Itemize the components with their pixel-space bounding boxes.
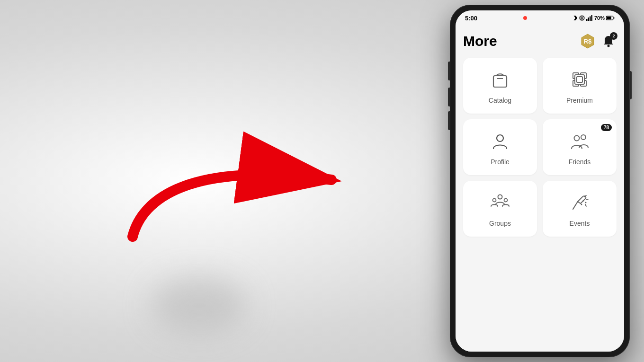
recording-dot — [523, 16, 527, 20]
profile-label: Profile — [491, 158, 510, 166]
catalog-item[interactable]: Catalog — [463, 58, 537, 114]
status-center — [523, 16, 527, 20]
shopping-bag-icon — [490, 69, 510, 92]
premium-item[interactable]: Premium — [543, 58, 617, 114]
page-title: More — [463, 33, 497, 49]
groups-icon — [490, 192, 510, 215]
svg-point-25 — [498, 195, 502, 199]
events-icon — [569, 192, 590, 215]
svg-rect-9 — [607, 17, 611, 19]
svg-rect-6 — [590, 17, 591, 21]
svg-point-26 — [493, 199, 496, 202]
signal-icon — [586, 15, 593, 21]
background-blob — [152, 277, 246, 334]
svg-rect-10 — [614, 18, 615, 19]
svg-rect-4 — [586, 19, 588, 21]
svg-line-33 — [585, 204, 586, 206]
svg-line-32 — [586, 199, 588, 200]
svg-rect-7 — [591, 15, 592, 21]
notification-badge: 2 — [610, 32, 617, 40]
profile-item[interactable]: Profile — [463, 119, 537, 175]
catalog-label: Catalog — [489, 97, 511, 104]
svg-text:R$: R$ — [584, 38, 592, 45]
groups-label: Groups — [489, 220, 511, 227]
svg-point-27 — [504, 199, 508, 202]
notification-icon[interactable]: 2 — [600, 33, 617, 49]
events-item[interactable]: Events — [543, 181, 617, 237]
svg-point-28 — [583, 200, 584, 202]
svg-rect-14 — [493, 76, 507, 87]
status-time: 5:00 — [465, 15, 477, 22]
groups-item[interactable]: Groups — [463, 181, 537, 237]
wifi-icon — [579, 15, 585, 21]
svg-rect-5 — [588, 18, 589, 21]
premium-icon — [569, 69, 590, 92]
menu-grid: Catalog — [463, 58, 617, 237]
app-content: More R$ 2 — [456, 26, 624, 352]
friends-item[interactable]: 78 Friends — [543, 119, 617, 175]
header-icons: R$ 2 — [580, 33, 617, 49]
status-icons: 70% — [573, 15, 615, 21]
svg-point-23 — [574, 136, 580, 141]
svg-point-24 — [581, 135, 586, 140]
bluetooth-icon — [573, 15, 578, 21]
battery-text: 70% — [594, 15, 605, 21]
svg-point-30 — [581, 204, 582, 205]
friends-icon — [569, 131, 590, 153]
phone-screen: 5:00 — [456, 10, 624, 352]
friends-badge: 78 — [601, 124, 612, 131]
svg-point-13 — [608, 45, 610, 47]
app-header: More R$ 2 — [463, 33, 617, 49]
svg-point-22 — [497, 135, 503, 141]
battery-icon — [606, 16, 615, 20]
person-icon — [490, 131, 510, 153]
friends-label: Friends — [569, 158, 591, 166]
premium-label: Premium — [566, 97, 593, 104]
phone-frame: 5:00 — [450, 5, 630, 357]
status-bar: 5:00 — [456, 10, 624, 26]
robux-icon[interactable]: R$ — [580, 33, 596, 49]
events-label: Events — [570, 220, 590, 227]
svg-point-29 — [585, 202, 587, 203]
phone-device: 5:00 — [450, 5, 630, 357]
